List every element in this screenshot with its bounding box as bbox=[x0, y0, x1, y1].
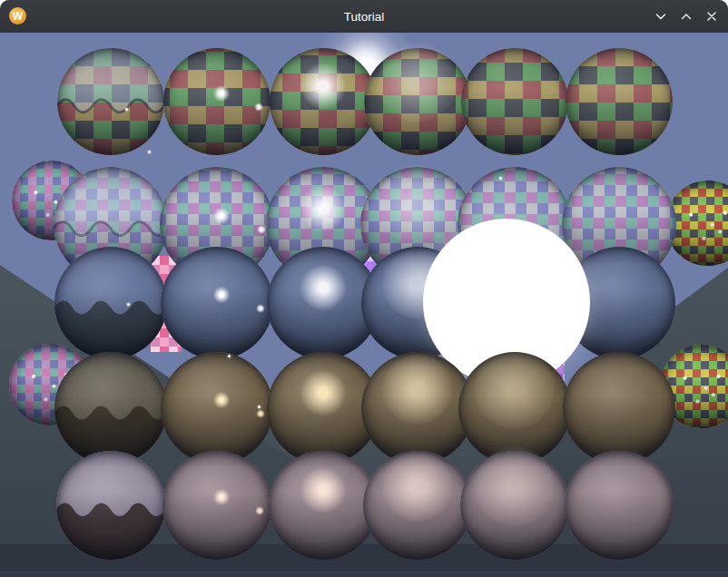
sphere-checker-green-2 bbox=[163, 48, 271, 155]
sparkle-dot bbox=[258, 406, 261, 408]
sparkle-dot bbox=[125, 108, 128, 111]
sparkle-dot bbox=[127, 303, 130, 306]
sphere-checker-green-6 bbox=[566, 48, 673, 155]
sphere-shading bbox=[460, 451, 569, 560]
sphere-steel-blue-1 bbox=[54, 247, 167, 359]
sphere-bronze-1 bbox=[54, 352, 167, 465]
maximize-button[interactable] bbox=[677, 7, 695, 25]
sphere-checker-green-1 bbox=[57, 48, 164, 155]
sphere-mauve-1 bbox=[56, 451, 165, 560]
sphere-checker-green-5 bbox=[461, 48, 568, 155]
sphere-shading bbox=[269, 451, 378, 560]
sphere-shading bbox=[563, 352, 675, 465]
sphere-bronze-5 bbox=[458, 352, 571, 465]
sphere-mauve-2 bbox=[162, 451, 271, 560]
sphere-shading bbox=[270, 48, 377, 155]
sphere-shading bbox=[458, 352, 571, 465]
sphere-checker-green-3 bbox=[270, 48, 377, 155]
sphere-steel-blue-2 bbox=[161, 247, 273, 359]
sphere-shading bbox=[566, 48, 673, 155]
close-icon bbox=[705, 10, 718, 23]
sphere-mauve-5 bbox=[460, 451, 569, 560]
sphere-shading bbox=[461, 48, 568, 155]
sphere-shading bbox=[364, 48, 471, 155]
sphere-mauve-4 bbox=[363, 451, 472, 560]
sphere-shading bbox=[163, 48, 271, 155]
window-controls bbox=[652, 0, 721, 33]
close-button[interactable] bbox=[703, 7, 721, 25]
ground-front-strip bbox=[0, 572, 728, 577]
sphere-shading bbox=[54, 352, 167, 465]
sphere-checker-green-4 bbox=[364, 48, 471, 155]
sphere-shading bbox=[161, 352, 273, 465]
sphere-shading bbox=[361, 352, 474, 465]
sphere-shading bbox=[363, 451, 472, 560]
sphere-shading bbox=[161, 247, 273, 359]
sphere-shading bbox=[54, 247, 167, 359]
sphere-shading bbox=[56, 451, 165, 560]
sparkle-dot bbox=[499, 177, 502, 180]
chevron-down-icon bbox=[654, 10, 667, 23]
sphere-mauve-3 bbox=[269, 451, 378, 560]
sphere-shading bbox=[162, 451, 271, 560]
sphere-shading bbox=[57, 48, 164, 155]
sparkle-dot bbox=[148, 151, 151, 153]
sparkle-dot bbox=[228, 355, 231, 357]
titlebar[interactable]: W Tutorial bbox=[0, 0, 728, 33]
minimize-button[interactable] bbox=[652, 7, 670, 25]
chevron-up-icon bbox=[680, 10, 693, 23]
sphere-mauve-6 bbox=[565, 451, 674, 560]
window-title: Tutorial bbox=[0, 10, 728, 24]
sphere-bronze-4 bbox=[361, 352, 474, 465]
app-window: W Tutorial bbox=[0, 0, 728, 577]
viewport-canvas[interactable] bbox=[0, 33, 728, 577]
sphere-bronze-6 bbox=[563, 352, 675, 465]
sphere-shading bbox=[565, 451, 674, 560]
sphere-bronze-2 bbox=[161, 352, 273, 465]
